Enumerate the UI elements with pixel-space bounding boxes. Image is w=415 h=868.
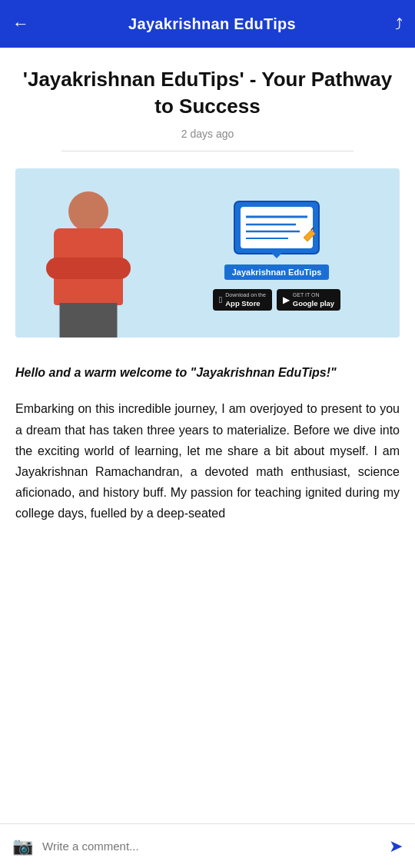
comment-bar: 📷 ➤	[0, 823, 415, 868]
play-store-text: GET IT ON Google play	[293, 292, 334, 308]
svg-rect-1	[241, 207, 313, 248]
nav-title: Jayakrishnan EduTips	[128, 15, 296, 33]
article-title: 'Jayakrishnan EduTips' - Your Pathway to…	[15, 66, 400, 120]
person-legs	[60, 303, 118, 338]
article-body: Hello and a warm welcome to "Jayakrishna…	[15, 362, 400, 524]
person-figure	[42, 184, 134, 338]
person-arms	[46, 258, 131, 279]
person-head	[68, 191, 108, 231]
comment-input[interactable]	[42, 840, 380, 853]
app-store-button[interactable]:  Download on the App Store	[213, 289, 272, 311]
google-play-button[interactable]: ▶ GET IT ON Google play	[277, 289, 340, 311]
app-store-text: Download on the App Store	[225, 292, 266, 308]
logo-text-banner: Jayakrishnan EduTips	[224, 264, 330, 280]
camera-icon[interactable]: 📷	[12, 836, 33, 856]
banner-person	[15, 168, 161, 338]
divider	[61, 151, 354, 151]
banner-image: Jayakrishnan EduTips  Download on the A…	[15, 168, 400, 338]
app-store-sub: Download on the	[225, 292, 266, 298]
apple-icon: 	[219, 294, 222, 305]
banner-logo-area: Jayakrishnan EduTips  Download on the A…	[161, 168, 400, 338]
body-paragraph: Embarking on this incredible journey, I …	[15, 398, 400, 524]
store-buttons:  Download on the App Store ▶ GET IT ON …	[213, 289, 340, 311]
intro-text: Hello and a warm welcome to "Jayakrishna…	[15, 362, 400, 383]
back-button[interactable]: ←	[12, 14, 29, 34]
article-container: 'Jayakrishnan EduTips' - Your Pathway to…	[0, 48, 415, 524]
logo-svg	[227, 195, 327, 264]
send-icon[interactable]: ➤	[389, 836, 403, 856]
share-button[interactable]: ⤴	[395, 15, 403, 33]
play-store-sub: GET IT ON	[293, 292, 334, 298]
play-store-name: Google play	[293, 299, 334, 308]
article-timestamp: 2 days ago	[15, 128, 400, 140]
app-store-name: App Store	[225, 299, 266, 308]
nav-bar: ← Jayakrishnan EduTips ⤴	[0, 0, 415, 48]
play-icon: ▶	[283, 294, 290, 305]
